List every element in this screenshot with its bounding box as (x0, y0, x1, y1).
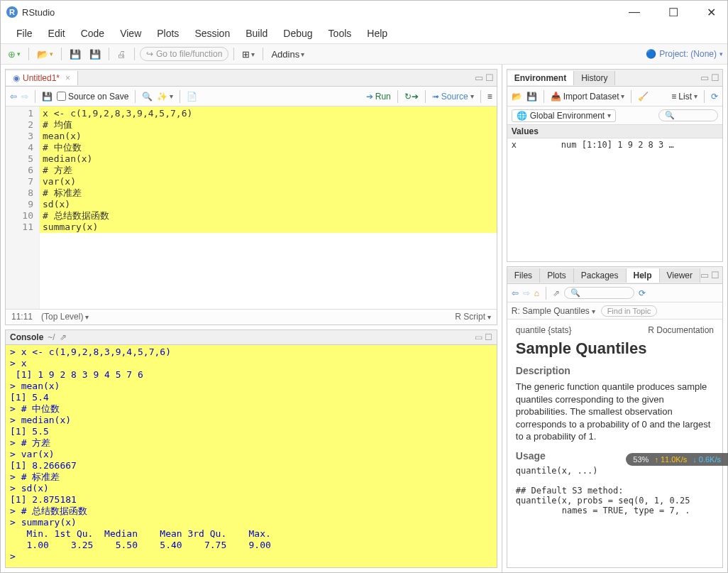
env-toolbar: 📂 💾 📥 Import Dataset 🧹 ≡ List ⟳ (507, 87, 722, 107)
help-fwd-icon[interactable]: ⇨ (523, 288, 530, 298)
refresh-env-icon[interactable]: ⟳ (711, 92, 718, 102)
help-desc-heading: Description (516, 365, 714, 376)
run-button[interactable]: ➔ Run (366, 92, 391, 102)
addins-button[interactable]: Addins (268, 48, 307, 61)
env-row[interactable]: x num [1:10] 1 9 2 8 3 … (507, 138, 722, 151)
main-toolbar: ⊕▾ 📂▾ 💾 💾 🖨 ↪ Go to file/function ⊞ Addi… (1, 43, 727, 65)
help-nav: ⇦ ⇨ ⌂ ⇗ 🔍 ⟳ (507, 284, 722, 302)
cursor-position: 11:11 (11, 312, 33, 322)
menu-build[interactable]: Build (238, 25, 275, 42)
env-search-input[interactable]: 🔍 (658, 109, 718, 121)
code-editor[interactable]: 1234567891011 x <- c(1,9,2,8,3,9,4,5,7,6… (6, 107, 497, 309)
help-refresh-icon[interactable]: ⟳ (639, 288, 646, 298)
app-title: RStudio (22, 7, 55, 18)
save-button[interactable]: 💾 (67, 48, 84, 61)
max-env-icon[interactable]: ☐ (711, 72, 719, 83)
source-on-save-checkbox[interactable]: Source on Save (57, 92, 128, 102)
open-env-icon[interactable]: 📂 (512, 92, 522, 102)
source-tab[interactable]: ◉ Untitled1* × (6, 71, 78, 85)
find-icon[interactable]: 🔍 (142, 92, 153, 102)
menu-view[interactable]: View (113, 25, 148, 42)
menu-edit[interactable]: Edit (41, 25, 72, 42)
menu-file[interactable]: File (9, 25, 40, 42)
maximize-button[interactable]: ☐ (663, 6, 684, 19)
find-in-topic-input[interactable]: Find in Topic (601, 305, 658, 317)
menu-plots[interactable]: Plots (150, 25, 186, 42)
help-breadcrumb-bar: R: Sample Quantiles Find in Topic (507, 302, 722, 320)
console-title: Console (10, 332, 43, 342)
maximize-pane-icon[interactable]: ☐ (485, 72, 494, 83)
help-tabs: Files Plots Packages Help Viewer ▭☐ (507, 267, 722, 284)
import-dataset-button[interactable]: 📥 Import Dataset (551, 92, 625, 102)
env-values-header: Values (507, 125, 722, 138)
outline-icon[interactable]: ≡ (487, 92, 492, 102)
source-tabs: ◉ Untitled1* × ▭☐ (6, 70, 497, 87)
help-doc-source: R Documentation (648, 325, 714, 335)
tab-plots[interactable]: Plots (540, 268, 574, 283)
minimize-button[interactable]: — (623, 6, 646, 19)
save-env-icon[interactable]: 💾 (526, 92, 537, 102)
filetype-selector[interactable]: R Script (455, 312, 490, 322)
console-header: Console ~/ ⇗ ▭☐ (6, 330, 497, 345)
console-output[interactable]: > x <- c(1,9,2,8,3,9,4,5,7,6) > x [1] 1 … (6, 345, 497, 567)
title-bar: R RStudio — ☐ ✕ (1, 1, 727, 23)
help-content[interactable]: quantile {stats} R Documentation Sample … (507, 320, 722, 567)
list-view-button[interactable]: ≡ List (671, 92, 697, 102)
help-usage: quantile(x, ...) ## Default S3 method: q… (516, 466, 714, 515)
minimize-console-icon[interactable]: ▭ (475, 332, 482, 342)
notebook-icon[interactable]: 📄 (187, 92, 197, 102)
tab-packages[interactable]: Packages (574, 268, 627, 283)
menu-debug[interactable]: Debug (276, 25, 319, 42)
menu-session[interactable]: Session (187, 25, 237, 42)
new-file-button[interactable]: ⊕▾ (5, 48, 23, 61)
env-scope-bar: 🌐 Global Environment 🔍 (507, 107, 722, 125)
print-button[interactable]: 🖨 (114, 48, 129, 61)
max-help-icon[interactable]: ☐ (711, 270, 719, 280)
env-tabs: Environment History ▭☐ (507, 70, 722, 87)
app-icon: R (6, 6, 18, 18)
tab-help[interactable]: Help (627, 268, 660, 283)
line-gutter: 1234567891011 (6, 107, 40, 309)
save-all-button[interactable]: 💾 (87, 48, 104, 61)
menu-tools[interactable]: Tools (321, 25, 359, 42)
minimize-pane-icon[interactable]: ▭ (475, 72, 483, 83)
env-body: Values x num [1:10] 1 9 2 8 3 … (507, 125, 722, 261)
fwd-icon[interactable]: ⇨ (21, 92, 28, 102)
help-home-icon[interactable]: ⌂ (534, 288, 539, 298)
help-title: Sample Quantiles (516, 339, 714, 358)
source-button[interactable]: ➟ Source (432, 92, 474, 102)
tab-environment[interactable]: Environment (507, 71, 574, 85)
min-env-icon[interactable]: ▭ (700, 72, 709, 83)
maximize-console-icon[interactable]: ☐ (485, 332, 492, 342)
project-selector[interactable]: 🔵 Project: (None) ▾ (646, 49, 723, 59)
close-tab-icon[interactable]: × (65, 73, 70, 83)
source-statusbar: 11:11 (Top Level) R Script (6, 309, 497, 324)
console-popup-icon[interactable]: ⇗ (60, 332, 67, 342)
menu-code[interactable]: Code (74, 25, 111, 42)
min-help-icon[interactable]: ▭ (700, 270, 709, 280)
help-back-icon[interactable]: ⇦ (512, 288, 519, 298)
help-search-input[interactable]: 🔍 (564, 287, 634, 299)
help-breadcrumb[interactable]: R: Sample Quantiles (512, 306, 595, 316)
clear-env-icon[interactable]: 🧹 (638, 92, 649, 102)
back-icon[interactable]: ⇦ (10, 92, 17, 102)
help-doc-id: quantile {stats} (516, 325, 572, 335)
grid-button[interactable]: ⊞ (239, 48, 258, 61)
scope-selector[interactable]: (Top Level) (41, 312, 89, 322)
menu-bar: File Edit Code View Plots Session Build … (1, 23, 727, 43)
console-path: ~/ (48, 332, 55, 342)
close-button[interactable]: ✕ (701, 6, 722, 19)
network-overlay: 53% ↑ 11.0K/s ↓ 0.6K/s (626, 453, 728, 466)
save-source-button[interactable]: 💾 (42, 92, 53, 102)
wand-icon[interactable]: ✨ (157, 92, 173, 102)
goto-input[interactable]: ↪ Go to file/function (140, 47, 228, 61)
code-content[interactable]: x <- c(1,9,2,8,3,9,4,5,7,6) # 均值 mean(x)… (40, 107, 497, 309)
env-scope-selector[interactable]: 🌐 Global Environment (512, 109, 616, 122)
tab-files[interactable]: Files (507, 268, 540, 283)
tab-viewer[interactable]: Viewer (660, 268, 700, 283)
menu-help[interactable]: Help (360, 25, 395, 42)
tab-history[interactable]: History (574, 71, 615, 85)
help-popup-icon[interactable]: ⇗ (553, 288, 560, 298)
open-file-button[interactable]: 📂▾ (34, 48, 56, 61)
rerun-button[interactable]: ↻➔ (404, 92, 419, 102)
